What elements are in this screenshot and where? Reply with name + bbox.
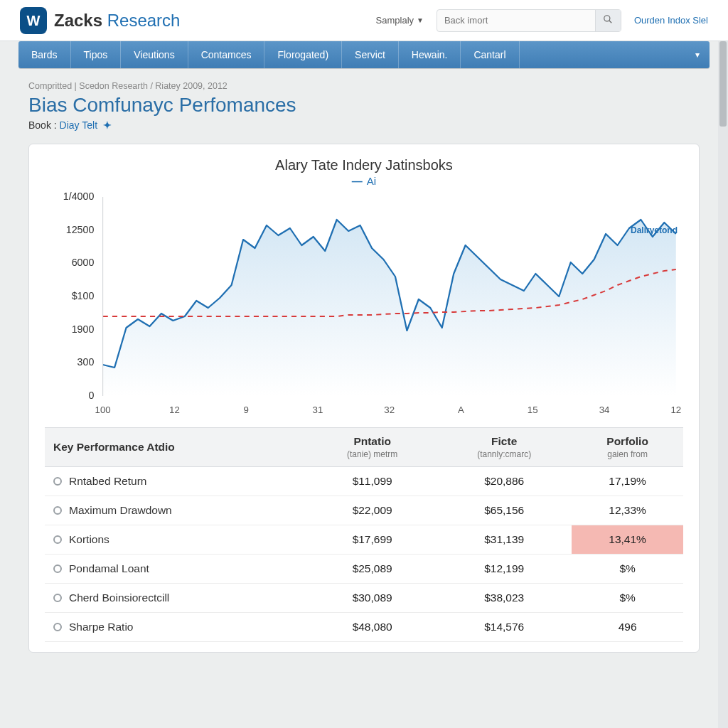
chart-card: Alary Tate Indery Jatinsboks — Ai 030019…	[28, 144, 700, 653]
table-row: Rntabed Return$11,099$20,88617,19%	[45, 467, 683, 496]
scrollbar-thumb[interactable]	[719, 41, 727, 127]
table-row: Pondamal Loant$25,089$12,199$%	[45, 555, 683, 584]
cell-c2: $12,199	[437, 555, 572, 584]
svg-text:300: 300	[77, 356, 95, 368]
cell-c2: $20,886	[437, 467, 572, 496]
nav-item-5[interactable]: Servict	[342, 41, 399, 68]
cell-c1: $48,080	[308, 613, 437, 642]
plus-icon[interactable]: ✦	[103, 119, 112, 131]
search-input[interactable]	[437, 15, 595, 26]
logo-text: Zacks Research	[54, 11, 180, 31]
page-title: Bias Comfunayc Perfomances	[28, 94, 700, 117]
svg-text:9: 9	[243, 405, 248, 415]
radio-icon[interactable]	[53, 535, 62, 544]
page-body: Compritted | Scedon Researth / Riatey 20…	[0, 68, 728, 653]
main-nav: BardsTiposVieutionsContamcesFlorogated)S…	[18, 41, 710, 68]
legend-line-icon: —	[352, 175, 363, 187]
metric-label: Pondamal Loant	[69, 562, 149, 575]
svg-text:15: 15	[528, 405, 538, 415]
table-row: Cherd Boinsiorectcill$30,089$38,023$%	[45, 584, 683, 613]
col-2: Ficte(tannly:cmarc)	[437, 428, 572, 467]
svg-text:34: 34	[599, 405, 610, 415]
table-row: Kortions$17,699$31,13913,41%	[45, 525, 683, 555]
svg-text:1900: 1900	[72, 323, 95, 335]
cell-c1: $25,089	[308, 555, 437, 584]
svg-text:6000: 6000	[72, 257, 95, 268]
nav-item-4[interactable]: Florogated)	[264, 41, 342, 68]
book-line: Book : Diay Telt ✦	[28, 119, 700, 131]
svg-line-1	[609, 21, 612, 23]
svg-text:32: 32	[384, 405, 395, 415]
cell-c2: $31,139	[437, 525, 572, 555]
svg-text:12: 12	[670, 405, 681, 415]
cell-c2: $38,023	[437, 584, 572, 613]
cell-c3: $%	[572, 584, 683, 613]
nav-overflow-button[interactable]: ▾	[685, 41, 710, 68]
svg-text:0: 0	[88, 390, 94, 401]
col-metric: Key Performance Atdio	[45, 428, 308, 467]
cell-c1: $22,009	[308, 496, 437, 525]
chevron-down-icon: ▼	[417, 16, 424, 24]
svg-text:1/4000: 1/4000	[63, 191, 95, 202]
cell-c3: $%	[572, 555, 683, 584]
sample-dropdown[interactable]: Samplaly ▼	[376, 15, 424, 26]
search-button[interactable]	[595, 10, 621, 31]
col-3: Porfoliogaien from	[572, 428, 683, 467]
cell-c1: $30,089	[308, 584, 437, 613]
nav-item-3[interactable]: Contamces	[188, 41, 265, 68]
metric-label: Maximum Drawdown	[69, 504, 172, 517]
radio-icon[interactable]	[53, 564, 62, 573]
svg-text:100: 100	[95, 405, 111, 415]
nav-item-6[interactable]: Hewain.	[399, 41, 461, 68]
svg-point-0	[604, 16, 610, 21]
metric-label: Kortions	[69, 533, 109, 546]
cell-c2: $65,156	[437, 496, 572, 525]
cell-c3: 17,19%	[572, 467, 683, 496]
radio-icon[interactable]	[53, 477, 62, 486]
metric-label: Cherd Boinsiorectcill	[69, 592, 169, 604]
radio-icon[interactable]	[53, 594, 62, 602]
cell-c1: $11,099	[308, 467, 437, 496]
chart-legend: — Ai	[45, 175, 683, 187]
logo-mark: W	[20, 7, 47, 34]
search-icon	[603, 14, 613, 24]
table-row: Maximum Drawdown$22,009$65,15612,33%	[45, 496, 683, 525]
vertical-scrollbar[interactable]	[718, 41, 728, 728]
radio-icon[interactable]	[53, 623, 62, 631]
breadcrumb: Compritted | Scedon Researth / Riatey 20…	[28, 81, 700, 91]
svg-text:A: A	[458, 405, 464, 415]
svg-text:12500: 12500	[66, 224, 95, 235]
search-box	[437, 9, 621, 32]
cell-c2: $14,576	[437, 613, 572, 642]
chart-annotation: Daliryetond	[631, 225, 678, 235]
nav-item-7[interactable]: Cantarl	[461, 41, 519, 68]
table-row: Sharpe Ratio$48,080$14,576496	[45, 613, 683, 642]
nav-item-1[interactable]: Tipos	[71, 41, 122, 68]
metric-label: Rntabed Return	[69, 475, 146, 488]
book-link[interactable]: Diay Telt	[60, 119, 97, 131]
cell-c1: $17,699	[308, 525, 437, 555]
metric-label: Sharpe Ratio	[69, 621, 133, 633]
brand-logo[interactable]: W Zacks Research	[20, 7, 180, 34]
performance-table: Key Performance Atdio Pntatio(tanie) met…	[45, 427, 683, 642]
svg-text:12: 12	[169, 405, 180, 415]
col-1: Pntatio(tanie) metrm	[308, 428, 437, 467]
chart-title: Alary Tate Indery Jatinsboks	[45, 157, 683, 173]
nav-item-2[interactable]: Vieutions	[121, 41, 188, 68]
svg-text:31: 31	[313, 405, 323, 415]
radio-icon[interactable]	[53, 506, 62, 515]
header-right-link[interactable]: Ourden Indox Slel	[634, 15, 708, 26]
cell-c3: 496	[572, 613, 683, 642]
chart-area: 03001900$1006000125001/40001001293132A15…	[45, 190, 683, 417]
app-header: W Zacks Research Samplaly ▼ Ourden Indox…	[0, 0, 728, 41]
cell-c3: 13,41%	[572, 525, 683, 555]
cell-c3: 12,33%	[572, 496, 683, 525]
svg-text:$100: $100	[72, 290, 95, 301]
nav-item-0[interactable]: Bards	[18, 41, 71, 68]
